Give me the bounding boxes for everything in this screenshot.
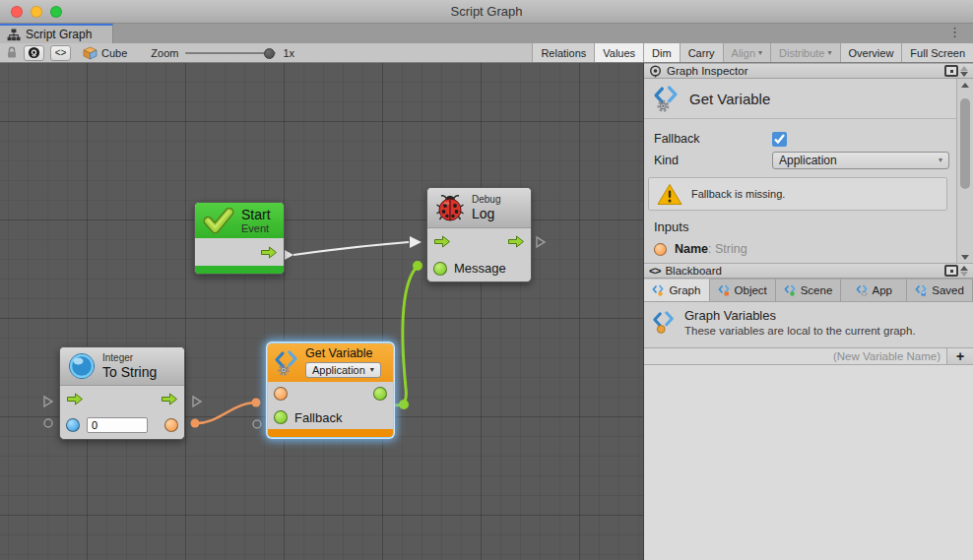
close-window-button[interactable]	[11, 6, 23, 18]
object-name: Cube	[101, 47, 127, 59]
inputs-heading: Inputs	[654, 219, 688, 234]
overview-button[interactable]: Overview	[840, 43, 902, 62]
panel-collapse-arrows[interactable]	[960, 266, 968, 277]
blackboard-tabs: Graph Object Scene	[644, 279, 973, 302]
distribute-dropdown: Distribute▾	[770, 43, 839, 62]
values-toggle[interactable]: Values	[594, 43, 643, 62]
tab-scene[interactable]: Scene	[776, 279, 842, 301]
zoom-value: 1x	[283, 47, 294, 59]
zoom-slider-knob[interactable]	[264, 48, 275, 59]
kind-field-label: Kind	[654, 154, 772, 167]
flow-input-port[interactable]	[66, 393, 84, 405]
start-event-node[interactable]: Start Event	[194, 202, 285, 275]
port-label: Message	[454, 261, 506, 276]
port-type: : String	[708, 242, 747, 256]
tab-saved[interactable]: Saved	[907, 279, 973, 301]
zoom-slider[interactable]	[185, 52, 276, 54]
selected-unit-title: Get Variable	[653, 86, 770, 112]
tab-graph[interactable]: Graph	[644, 279, 710, 301]
section-description: These variables are local to the current…	[684, 325, 916, 337]
new-variable-input[interactable]	[644, 348, 946, 364]
blackboard-header[interactable]: <> Blackboard	[644, 263, 973, 279]
value-wire-tostring-to-getvariable[interactable]	[191, 399, 261, 428]
graph-toolbar: <> Cube Zoom 1x Relations Values Dim	[0, 43, 973, 63]
string-output-port[interactable]	[164, 418, 178, 432]
minimize-window-button[interactable]	[31, 6, 42, 18]
window-titlebar: Script Graph	[0, 0, 973, 24]
name-input-port[interactable]	[274, 387, 288, 401]
add-variable-button[interactable]: +	[946, 348, 973, 364]
toolbar-toggles: Relations Values Dim Carry Align▾ Distri…	[532, 43, 973, 62]
graph-inspector-header[interactable]: Graph Inspector	[644, 63, 973, 79]
graph-inspector-body: Get Variable Fallback Kind Application ▾	[644, 79, 973, 263]
chevron-down-icon: ▾	[828, 49, 832, 57]
graph-variables-icon	[652, 311, 676, 335]
value-output-port[interactable]	[373, 387, 387, 401]
kebab-menu-icon[interactable]: ⋮	[948, 25, 961, 39]
lock-icon[interactable]	[6, 46, 18, 59]
window-controls	[11, 6, 62, 18]
node-title: To String	[102, 364, 157, 380]
window-panel-icon[interactable]	[944, 265, 958, 277]
message-input-port[interactable]	[433, 262, 447, 276]
integer-input-port[interactable]	[66, 418, 80, 432]
relations-toggle[interactable]: Relations	[532, 43, 594, 62]
chevron-down-icon: ▾	[939, 156, 942, 164]
align-dropdown: Align▾	[723, 43, 770, 62]
variable-name-dropdown[interactable]: Application ▾	[305, 362, 381, 378]
flow-output-port[interactable]	[507, 235, 525, 248]
panel-title: Graph Inspector	[667, 65, 747, 77]
carry-toggle[interactable]: Carry	[680, 43, 723, 62]
section-title: Graph Variables	[684, 308, 916, 323]
graph-canvas[interactable]: Start Event	[0, 63, 643, 560]
node-category: Integer	[102, 352, 157, 364]
fullscreen-button[interactable]: Full Screen	[901, 43, 973, 62]
blackboard-icon: <>	[649, 265, 660, 277]
panel-title: Blackboard	[665, 265, 722, 277]
wires-layer	[0, 63, 643, 560]
flow-input-port[interactable]	[433, 235, 451, 248]
integer-icon	[68, 352, 96, 380]
zoom-label: Zoom	[151, 47, 178, 59]
tab-app[interactable]: App	[841, 279, 907, 301]
window-panel-icon[interactable]	[944, 65, 958, 77]
zoom-window-button[interactable]	[50, 6, 62, 18]
cube-icon	[83, 46, 97, 60]
node-title: Log	[472, 206, 500, 221]
node-title: Start	[241, 207, 271, 222]
unit-title-text: Get Variable	[689, 91, 770, 107]
node-category: Debug	[472, 194, 500, 206]
panel-collapse-arrows[interactable]	[960, 66, 968, 77]
debug-log-node[interactable]: Debug Log Message	[426, 187, 532, 282]
port-name: Name	[675, 242, 708, 256]
flow-output-port[interactable]	[161, 393, 178, 405]
graph-variables-section: Graph Variables These variables are loca…	[644, 302, 973, 347]
scene-variables-icon	[784, 284, 797, 296]
zoom-to-fit-button[interactable]	[24, 45, 44, 61]
edit-source-button[interactable]: <>	[50, 45, 71, 61]
scrollbar-thumb[interactable]	[960, 98, 970, 189]
warning-icon	[657, 183, 682, 206]
target-icon	[28, 46, 40, 59]
input-port-row: Name: String	[654, 242, 747, 256]
tab-script-graph[interactable]: Script Graph	[0, 24, 113, 43]
fallback-checkbox[interactable]	[772, 132, 787, 147]
flow-output-port[interactable]	[260, 246, 278, 259]
blackboard-empty-area	[644, 365, 973, 560]
integer-value-field[interactable]	[87, 417, 148, 433]
integer-to-string-node[interactable]: Integer To String	[59, 346, 185, 440]
tab-object[interactable]: Object	[710, 279, 776, 301]
scroll-down-button[interactable]	[957, 251, 973, 263]
dim-toggle[interactable]: Dim	[643, 43, 680, 62]
kind-dropdown[interactable]: Application ▾	[772, 152, 949, 169]
tab-label: Script Graph	[26, 28, 92, 41]
graph-owner-object[interactable]: Cube	[83, 46, 127, 60]
scroll-up-button[interactable]	[957, 79, 973, 91]
warning-text: Fallback is missing.	[691, 188, 785, 200]
fallback-input-port[interactable]	[274, 410, 288, 424]
inspector-scrollbar[interactable]	[956, 79, 973, 263]
ladybug-icon	[435, 193, 465, 222]
get-variable-node[interactable]: Get Variable Application ▾ Fallback	[267, 342, 394, 438]
get-variable-icon	[274, 350, 299, 376]
flow-wire-start-to-log[interactable]	[285, 236, 422, 260]
